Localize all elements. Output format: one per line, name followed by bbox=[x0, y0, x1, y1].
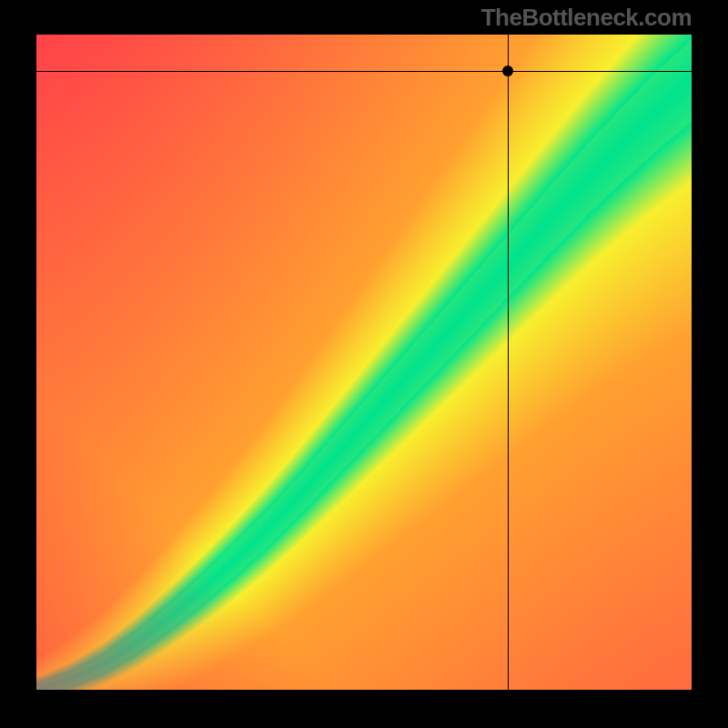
selection-marker bbox=[502, 66, 513, 76]
heatmap-canvas bbox=[36, 35, 692, 690]
plot-frame bbox=[36, 35, 692, 690]
watermark-text: TheBottleneck.com bbox=[481, 4, 692, 32]
chart-container: TheBottleneck.com bbox=[0, 0, 728, 728]
crosshair-vertical bbox=[508, 35, 509, 690]
crosshair-horizontal bbox=[36, 71, 692, 72]
